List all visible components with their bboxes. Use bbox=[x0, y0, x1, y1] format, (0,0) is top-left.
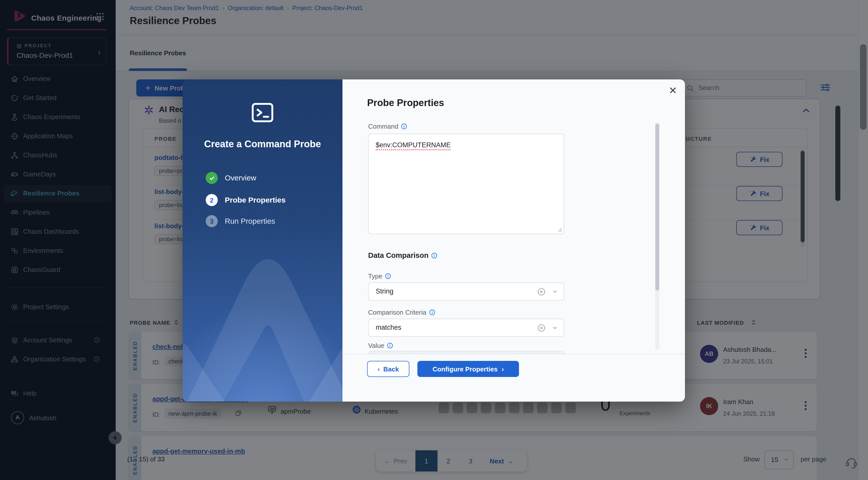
type-label: Type bbox=[368, 273, 382, 280]
chevron-left-icon: ‹ bbox=[378, 365, 380, 373]
configure-properties-button[interactable]: Configure Properties› bbox=[417, 361, 519, 377]
value-input[interactable] bbox=[368, 351, 564, 354]
scrollbar-thumb[interactable] bbox=[655, 124, 659, 290]
wizard-panel: Create a Command Probe Overview 2 Probe … bbox=[183, 79, 342, 402]
info-icon[interactable] bbox=[401, 123, 407, 130]
form-scroll-area: Command $env:COMPUTERNAME Data Compariso… bbox=[367, 119, 664, 354]
chevron-down-icon bbox=[552, 288, 558, 295]
info-icon[interactable] bbox=[387, 342, 394, 349]
step-check-icon bbox=[206, 172, 218, 184]
chevron-right-icon: › bbox=[502, 365, 504, 373]
footer-divider bbox=[342, 354, 685, 354]
chevron-down-icon bbox=[552, 325, 558, 331]
back-button[interactable]: ‹Back bbox=[367, 361, 409, 377]
data-comparison-heading: Data Comparison bbox=[368, 251, 429, 259]
info-icon[interactable] bbox=[431, 252, 437, 259]
support-headset-button[interactable] bbox=[845, 455, 858, 469]
terminal-icon bbox=[249, 99, 276, 126]
comparison-criteria-select[interactable]: matches bbox=[368, 319, 564, 337]
modal-title: Probe Properties bbox=[367, 97, 444, 108]
info-icon[interactable] bbox=[385, 273, 391, 280]
info-icon[interactable] bbox=[429, 309, 435, 316]
create-probe-modal: Create a Command Probe Overview 2 Probe … bbox=[183, 79, 685, 402]
comparison-criteria-label: Comparison Criteria bbox=[368, 309, 426, 316]
clear-icon[interactable] bbox=[537, 324, 546, 332]
app-root: Chaos Engineering PROJECT Chaos-Dev-Prod… bbox=[0, 0, 868, 480]
type-select[interactable]: String bbox=[368, 283, 564, 300]
resize-handle[interactable] bbox=[558, 228, 562, 232]
close-icon[interactable]: ✕ bbox=[667, 85, 679, 96]
probe-properties-panel: ✕ Probe Properties Command $env:COMPUTER… bbox=[342, 79, 685, 402]
step-number: 2 bbox=[206, 194, 218, 206]
clear-icon[interactable] bbox=[537, 288, 546, 296]
step-number: 3 bbox=[206, 215, 218, 227]
value-label: Value bbox=[368, 342, 384, 349]
command-textarea[interactable]: $env:COMPUTERNAME bbox=[368, 134, 564, 234]
wizard-title: Create a Command Probe bbox=[183, 139, 342, 150]
command-label: Command bbox=[368, 123, 398, 130]
wizard-glow bbox=[183, 295, 342, 402]
